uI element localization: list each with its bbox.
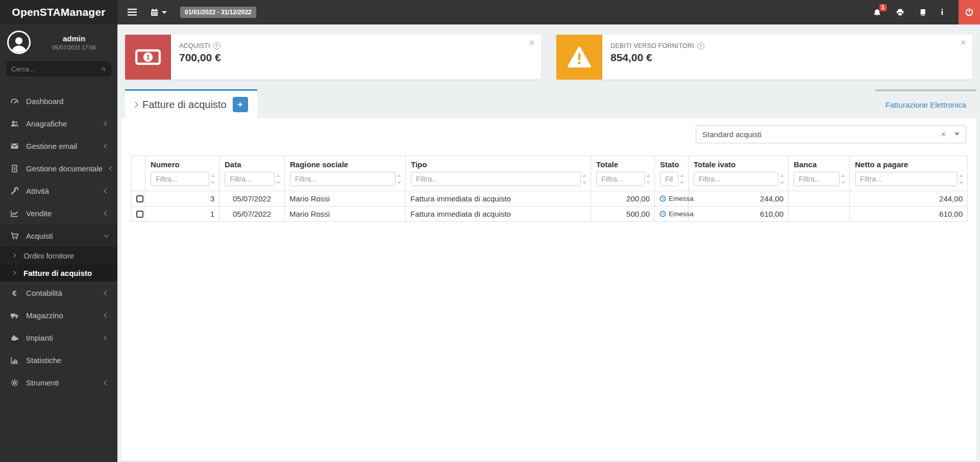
table-row[interactable]: 3 05/07/2022 Mario Rossi Fattura immedia… <box>132 191 968 207</box>
card-label: ACQUISTI <box>179 42 210 49</box>
column-header-stato[interactable]: Stato <box>655 156 689 191</box>
sort-icon[interactable] <box>780 174 784 184</box>
app-logo: OpenSTAManager <box>0 0 117 24</box>
sidebar-item-gestione-email[interactable]: Gestione email <box>0 135 117 157</box>
card-value: 700,00 € <box>179 52 221 64</box>
gauge-icon <box>10 97 19 106</box>
sidebar-item-label: Gestione documentale <box>26 164 103 173</box>
column-header-totale-ivato[interactable]: Totale ivato <box>689 156 789 191</box>
filter-input-totale[interactable] <box>596 172 645 186</box>
cell-numero: 1 <box>145 207 219 222</box>
column-header-data[interactable]: Data <box>219 156 285 191</box>
envelope-icon <box>10 142 19 150</box>
cell-netto-a-pagare: 244,00 <box>850 191 968 207</box>
chevron-right-icon <box>132 101 138 107</box>
filter-input-tipo[interactable] <box>411 172 581 186</box>
filter-input-totale-ivato[interactable] <box>694 172 778 186</box>
sidebar-item-acquisti[interactable]: Acquisti <box>0 224 117 247</box>
status-badge: Emessa <box>669 210 694 218</box>
user-icon <box>9 34 29 53</box>
help-icon[interactable] <box>213 42 220 49</box>
truck-icon <box>10 311 19 320</box>
column-header-netto-a-pagare[interactable]: Netto a pagare <box>850 156 968 191</box>
sidebar-menu: Dashboard Anagrafiche Gestione email Ges… <box>0 83 117 394</box>
cell-banca <box>789 191 850 207</box>
close-icon[interactable] <box>528 39 535 46</box>
caret-down-icon[interactable] <box>954 133 960 136</box>
column-header-tipo[interactable]: Tipo <box>406 156 591 191</box>
sidebar-item-anagrafiche[interactable]: Anagrafiche <box>0 112 117 135</box>
info-button[interactable]: i <box>941 8 943 17</box>
sort-icon[interactable] <box>841 174 845 184</box>
manual-button[interactable] <box>919 8 927 17</box>
print-button[interactable] <box>896 8 904 17</box>
calendar-picker-button[interactable] <box>150 8 167 17</box>
cell-totale-ivato: 610,00 <box>689 207 789 222</box>
sidebar-item-label: Vendite <box>26 209 97 218</box>
cell-data: 05/07/2022 <box>219 207 285 222</box>
sidebar-item-gestione-documentale[interactable]: Gestione documentale <box>0 157 117 179</box>
sort-icon[interactable] <box>582 174 586 184</box>
fatturazione-elettronica-link[interactable]: Fatturazione Elettronica <box>886 100 966 109</box>
column-header-numero[interactable]: Numero <box>145 156 219 191</box>
filter-input-netto-a-pagare[interactable] <box>855 172 958 186</box>
notification-badge: 1 <box>879 4 887 11</box>
chevron-right-icon <box>12 271 16 275</box>
sidebar-subitem-label: Fatture di acquisto <box>23 269 92 277</box>
sort-icon[interactable] <box>959 174 963 184</box>
sort-icon[interactable] <box>680 174 684 184</box>
filter-input-ragione-sociale[interactable] <box>290 172 396 186</box>
sidebar-item-dashboard[interactable]: Dashboard <box>0 90 117 112</box>
sort-icon[interactable] <box>276 174 280 184</box>
sidebar-subitem-fatture-di-acquisto[interactable]: Fatture di acquisto <box>0 264 117 281</box>
row-checkbox[interactable] <box>136 195 143 202</box>
add-invoice-button[interactable]: + <box>233 97 248 112</box>
column-header-banca[interactable]: Banca <box>789 156 850 191</box>
cell-tipo: Fattura immediata di acquisto <box>406 191 591 207</box>
sidebar-search[interactable] <box>6 61 111 76</box>
print-template-select[interactable]: Standard acquisti <box>696 125 966 143</box>
date-range-badge[interactable]: 01/01/2022 - 31/12/2022 <box>180 7 256 18</box>
sidebar-item-attivita[interactable]: Attività <box>0 179 117 202</box>
cell-tipo: Fattura immediata di acquisto <box>406 207 591 222</box>
tab-pane: Standard acquisti Numero D <box>121 118 976 460</box>
help-icon[interactable] <box>697 42 704 49</box>
notifications-button[interactable]: 1 <box>873 8 881 17</box>
select-all-header <box>132 156 145 191</box>
sidebar-item-contabilita[interactable]: € Contabilità <box>0 281 117 304</box>
filter-input-banca[interactable] <box>794 172 840 186</box>
filter-input-stato[interactable] <box>660 172 678 186</box>
sidebar-item-magazzino[interactable]: Magazzino <box>0 304 117 326</box>
table-row[interactable]: 1 05/07/2022 Mario Rossi Fattura immedia… <box>132 207 968 222</box>
sidebar-item-statistiche[interactable]: Statistiche <box>0 349 117 371</box>
search-input[interactable] <box>11 65 101 73</box>
topbar: 01/01/2022 - 31/12/2022 1 i <box>117 0 980 24</box>
logout-button[interactable] <box>959 0 980 24</box>
sort-icon[interactable] <box>397 174 401 184</box>
invoices-table: Numero Data Ragione sociale Tipo <box>131 156 968 222</box>
card-acquisti: 1 ACQUISTI 700,00 € <box>125 35 541 80</box>
card-label: DEBITI VERSO FORNITORI <box>610 42 694 49</box>
sort-icon[interactable] <box>646 174 650 184</box>
hamburger-menu-icon[interactable] <box>128 9 137 16</box>
main-content: 1 ACQUISTI 700,00 € DEBITI VERSO FORNITO… <box>117 24 980 462</box>
close-icon[interactable] <box>960 39 966 46</box>
sidebar-item-vendite[interactable]: Vendite <box>0 202 117 224</box>
card-debiti-verso-fornitori: DEBITI VERSO FORNITORI 854,00 € <box>556 35 972 80</box>
filter-input-numero[interactable] <box>151 172 209 186</box>
sidebar-item-label: Attività <box>26 187 97 195</box>
sidebar-subitem-ordini-fornitore[interactable]: Ordini fornitore <box>0 247 117 264</box>
sidebar-item-strumenti[interactable]: Strumenti <box>0 371 117 394</box>
chevron-left-icon <box>104 290 109 295</box>
search-icon[interactable] <box>101 65 106 73</box>
column-header-ragione-sociale[interactable]: Ragione sociale <box>285 156 406 191</box>
sidebar-item-impianti[interactable]: Impianti <box>0 326 117 349</box>
filter-input-data[interactable] <box>225 172 275 186</box>
cell-numero: 3 <box>145 191 219 207</box>
clear-selection-icon[interactable] <box>941 131 946 138</box>
tab-fatturazione-elettronica[interactable]: Fatturazione Elettronica <box>875 89 976 118</box>
column-header-totale[interactable]: Totale <box>591 156 655 191</box>
sort-icon[interactable] <box>211 174 215 184</box>
chart-line-icon <box>10 209 19 218</box>
row-checkbox[interactable] <box>136 211 143 218</box>
